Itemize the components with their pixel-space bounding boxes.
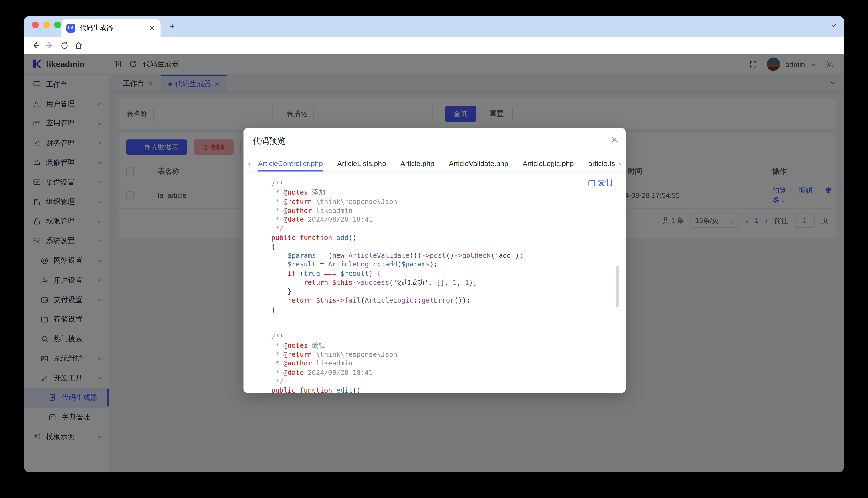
tabs-scroll-right-icon[interactable]: › — [619, 160, 621, 168]
file-tab-ArticleController.php[interactable]: ArticleController.php — [258, 159, 323, 168]
browser-toolbar: localhost:5173/admin/setting/dev_tools/c… — [24, 37, 844, 54]
favicon: LA — [66, 24, 75, 32]
file-tab-ArticleLogic.php[interactable]: ArticleLogic.php — [523, 159, 574, 168]
new-tab-button[interactable]: + — [167, 21, 178, 32]
copy-button[interactable]: 复制 — [588, 178, 612, 188]
browser-window: LA 代码生成器 ✕ + loc — [24, 16, 844, 472]
modal-close-icon[interactable]: ✕ — [611, 135, 618, 145]
home-icon[interactable] — [71, 38, 86, 52]
file-tab-Article.php[interactable]: Article.php — [400, 159, 434, 168]
reload-icon[interactable] — [57, 38, 71, 52]
back-icon[interactable] — [28, 38, 42, 52]
tab-search-chevron-icon[interactable] — [830, 22, 838, 29]
screenshot-canvas: LA 代码生成器 ✕ + loc — [0, 0, 868, 498]
code-block: /** * @notes 添加 * @return \think\respons… — [271, 179, 523, 393]
minimize-window-button[interactable] — [43, 22, 50, 28]
file-tab-ArticleValidate.php[interactable]: ArticleValidate.php — [449, 159, 508, 168]
zoom-window-button[interactable] — [54, 22, 61, 28]
browser-tab-title: 代码生成器 — [80, 23, 144, 32]
code-panel: 复制 /** * @notes 添加 * @return \think\resp… — [243, 172, 625, 393]
browser-tab[interactable]: LA 代码生成器 ✕ — [61, 19, 161, 37]
close-window-button[interactable] — [32, 22, 39, 28]
forward-icon[interactable] — [43, 38, 57, 52]
modal-title: 代码预览 — [253, 136, 286, 147]
tabs-scroll-left-icon[interactable]: ‹ — [248, 160, 250, 168]
window-controls[interactable] — [32, 22, 61, 28]
copy-icon — [588, 180, 595, 186]
browser-tabstrip: LA 代码生成器 ✕ + — [24, 16, 844, 37]
code-preview-modal: 代码预览 ✕ ‹ ArticleController.phpArticleLis… — [243, 128, 625, 393]
code-scrollbar-thumb[interactable] — [615, 265, 619, 307]
file-tab-article.ts[interactable]: article.ts — [588, 159, 615, 168]
file-tab-ArticleLists.php[interactable]: ArticleLists.php — [337, 159, 386, 168]
file-tab-bar: ‹ ArticleController.phpArticleLists.phpA… — [243, 156, 625, 172]
tab-close-icon[interactable]: ✕ — [149, 24, 155, 32]
